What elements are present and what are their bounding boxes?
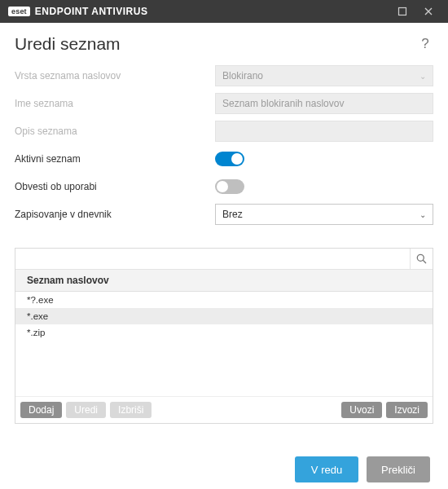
label-list-name: Ime seznama: [15, 98, 215, 109]
list-item[interactable]: *?.exe: [15, 292, 433, 308]
delete-button[interactable]: Izbriši: [110, 402, 152, 418]
close-icon: [424, 7, 433, 16]
search-icon: [416, 253, 427, 264]
svg-rect-0: [399, 8, 406, 15]
export-button[interactable]: Izvozi: [386, 402, 428, 418]
input-list-desc: [215, 121, 433, 142]
import-button[interactable]: Uvozi: [341, 402, 382, 418]
select-logging-value: Brez: [222, 209, 243, 220]
toggle-notify-on-use[interactable]: [215, 179, 244, 194]
label-active-list: Aktivni seznam: [15, 153, 215, 165]
titlebar: eset ENDPOINT ANTIVIRUS: [0, 0, 448, 23]
input-list-name-value: Seznam blokiranih naslovov: [222, 98, 344, 109]
label-logging: Zapisovanje v dnevnik: [15, 209, 215, 220]
list-body: *?.exe*.exe*.zip: [15, 292, 433, 396]
search-input[interactable]: [15, 249, 410, 269]
toggle-active-list[interactable]: [215, 152, 244, 166]
label-list-desc: Opis seznama: [15, 126, 215, 137]
search-button[interactable]: [410, 249, 433, 269]
brand-badge: eset: [8, 7, 30, 16]
cancel-button[interactable]: Prekliči: [367, 456, 430, 482]
toggle-knob: [231, 153, 243, 165]
add-button[interactable]: Dodaj: [20, 402, 62, 418]
list-item[interactable]: *.exe: [15, 308, 433, 324]
edit-button[interactable]: Uredi: [66, 402, 106, 418]
help-button[interactable]: ?: [417, 36, 433, 52]
page-title: Uredi seznam: [15, 34, 121, 54]
chevron-down-icon: ⌄: [419, 72, 426, 81]
toggle-knob: [217, 181, 228, 192]
list-item[interactable]: *.zip: [15, 324, 433, 341]
svg-line-2: [423, 260, 426, 263]
help-icon: ?: [421, 36, 428, 52]
select-logging[interactable]: Brez ⌄: [215, 204, 433, 225]
label-notify-on-use: Obvesti ob uporabi: [15, 181, 215, 192]
label-address-list-type: Vrsta seznama naslovov: [15, 70, 215, 82]
maximize-button[interactable]: [389, 0, 415, 23]
ok-button[interactable]: V redu: [295, 456, 358, 482]
address-list-panel: Seznam naslovov *?.exe*.exe*.zip Dodaj U…: [15, 248, 433, 424]
chevron-down-icon: ⌄: [419, 210, 426, 219]
select-address-list-type-value: Blokirano: [222, 70, 263, 82]
close-button[interactable]: [415, 0, 441, 23]
square-icon: [397, 7, 407, 16]
list-header: Seznam naslovov: [15, 270, 433, 292]
product-name: ENDPOINT ANTIVIRUS: [35, 6, 148, 17]
svg-point-1: [417, 254, 424, 261]
input-list-name: Seznam blokiranih naslovov: [215, 93, 433, 114]
select-address-list-type: Blokirano ⌄: [215, 65, 433, 86]
